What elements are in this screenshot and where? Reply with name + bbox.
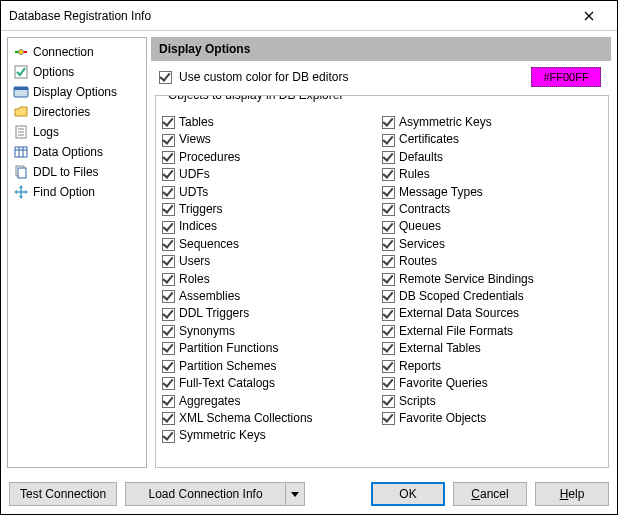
checkbox-item[interactable]: Partition Functions <box>162 340 382 357</box>
object-checkbox[interactable] <box>162 255 175 268</box>
load-connection-dropdown[interactable] <box>285 482 305 506</box>
checkbox-item[interactable]: Certificates <box>382 131 602 148</box>
sidebar-item-connection[interactable]: Connection <box>10 42 144 62</box>
checkbox-item[interactable]: External Data Sources <box>382 305 602 322</box>
sidebar-item-display-options[interactable]: Display Options <box>10 82 144 102</box>
help-button[interactable]: Help <box>535 482 609 506</box>
svg-marker-19 <box>19 196 23 199</box>
checkbox-item[interactable]: Assemblies <box>162 288 382 305</box>
object-checkbox[interactable] <box>382 255 395 268</box>
checkbox-item[interactable]: Reports <box>382 358 602 375</box>
checkbox-item[interactable]: External Tables <box>382 340 602 357</box>
use-custom-color-label-wrap[interactable]: Use custom color for DB editors <box>155 68 531 87</box>
object-checkbox[interactable] <box>162 273 175 286</box>
checkbox-item[interactable]: Contracts <box>382 201 602 218</box>
object-checkbox[interactable] <box>162 151 175 164</box>
object-checkbox[interactable] <box>382 203 395 216</box>
checkbox-label: DDL Triggers <box>179 305 249 322</box>
object-checkbox[interactable] <box>382 360 395 373</box>
checkbox-item[interactable]: Indices <box>162 218 382 235</box>
checkbox-item[interactable]: Message Types <box>382 184 602 201</box>
checkbox-item[interactable]: Routes <box>382 253 602 270</box>
object-checkbox[interactable] <box>162 342 175 355</box>
object-checkbox[interactable] <box>382 377 395 390</box>
object-checkbox[interactable] <box>162 221 175 234</box>
checkbox-item[interactable]: External File Formats <box>382 323 602 340</box>
object-checkbox[interactable] <box>162 134 175 147</box>
svg-rect-15 <box>18 168 26 178</box>
sidebar: Connection Options Display Options Direc… <box>7 37 147 468</box>
object-checkbox[interactable] <box>382 342 395 355</box>
ddl-to-files-icon <box>13 164 29 180</box>
checkbox-item[interactable]: Queues <box>382 218 602 235</box>
checkbox-item[interactable]: XML Schema Collections <box>162 410 382 427</box>
object-checkbox[interactable] <box>162 116 175 129</box>
test-connection-button[interactable]: Test Connection <box>9 482 117 506</box>
checkbox-item[interactable]: Partition Schemes <box>162 358 382 375</box>
object-checkbox[interactable] <box>382 116 395 129</box>
checkbox-item[interactable]: Aggregates <box>162 393 382 410</box>
checkbox-item[interactable]: Triggers <box>162 201 382 218</box>
object-checkbox[interactable] <box>382 221 395 234</box>
object-checkbox[interactable] <box>382 290 395 303</box>
object-checkbox[interactable] <box>382 186 395 199</box>
sidebar-item-ddl-to-files[interactable]: DDL to Files <box>10 162 144 182</box>
checkbox-item[interactable]: Asymmetric Keys <box>382 114 602 131</box>
checkbox-item[interactable]: Synonyms <box>162 323 382 340</box>
object-checkbox[interactable] <box>382 134 395 147</box>
sidebar-item-data-options[interactable]: Data Options <box>10 142 144 162</box>
object-checkbox[interactable] <box>162 360 175 373</box>
object-checkbox[interactable] <box>162 168 175 181</box>
checkbox-item[interactable]: UDTs <box>162 184 382 201</box>
object-checkbox[interactable] <box>382 412 395 425</box>
checkbox-item[interactable]: Procedures <box>162 149 382 166</box>
checkbox-item[interactable]: Views <box>162 131 382 148</box>
checkbox-item[interactable]: Symmetric Keys <box>162 427 382 444</box>
checkbox-item[interactable]: Favorite Objects <box>382 410 602 427</box>
use-custom-color-checkbox[interactable] <box>159 71 172 84</box>
checkbox-item[interactable]: Scripts <box>382 393 602 410</box>
close-button[interactable] <box>569 2 609 30</box>
object-checkbox[interactable] <box>382 168 395 181</box>
checkbox-item[interactable]: Services <box>382 236 602 253</box>
checkbox-item[interactable]: Users <box>162 253 382 270</box>
checkbox-item[interactable]: UDFs <box>162 166 382 183</box>
object-checkbox[interactable] <box>162 238 175 251</box>
object-checkbox[interactable] <box>162 186 175 199</box>
checkbox-item[interactable]: Tables <box>162 114 382 131</box>
object-checkbox[interactable] <box>162 412 175 425</box>
object-checkbox[interactable] <box>162 290 175 303</box>
sidebar-item-logs[interactable]: Logs <box>10 122 144 142</box>
object-checkbox[interactable] <box>382 273 395 286</box>
svg-rect-10 <box>15 147 27 157</box>
cancel-button[interactable]: Cancel <box>453 482 527 506</box>
sidebar-item-options[interactable]: Options <box>10 62 144 82</box>
checkbox-item[interactable]: Roles <box>162 271 382 288</box>
checkbox-item[interactable]: Sequences <box>162 236 382 253</box>
checkbox-item[interactable]: DDL Triggers <box>162 305 382 322</box>
checkbox-item[interactable]: Defaults <box>382 149 602 166</box>
object-checkbox[interactable] <box>162 430 175 443</box>
object-checkbox[interactable] <box>382 151 395 164</box>
object-checkbox[interactable] <box>382 238 395 251</box>
object-checkbox[interactable] <box>162 377 175 390</box>
checkbox-item[interactable]: Full-Text Catalogs <box>162 375 382 392</box>
sidebar-item-find-option[interactable]: Find Option <box>10 182 144 202</box>
object-checkbox[interactable] <box>162 308 175 321</box>
object-checkbox[interactable] <box>382 325 395 338</box>
checkbox-item[interactable]: Rules <box>382 166 602 183</box>
checkbox-item[interactable]: DB Scoped Credentials <box>382 288 602 305</box>
object-checkbox[interactable] <box>162 203 175 216</box>
object-checkbox[interactable] <box>382 395 395 408</box>
object-checkbox[interactable] <box>162 325 175 338</box>
ok-button[interactable]: OK <box>371 482 445 506</box>
checkbox-item[interactable]: Favorite Queries <box>382 375 602 392</box>
load-connection-button[interactable]: Load Connection Info <box>125 482 285 506</box>
svg-point-2 <box>19 50 24 55</box>
sidebar-item-directories[interactable]: Directories <box>10 102 144 122</box>
checkbox-item[interactable]: Remote Service Bindings <box>382 271 602 288</box>
checkbox-column-right: Asymmetric KeysCertificatesDefaultsRules… <box>382 114 602 445</box>
color-swatch[interactable]: #FF00FF <box>531 67 601 87</box>
object-checkbox[interactable] <box>382 308 395 321</box>
object-checkbox[interactable] <box>162 395 175 408</box>
